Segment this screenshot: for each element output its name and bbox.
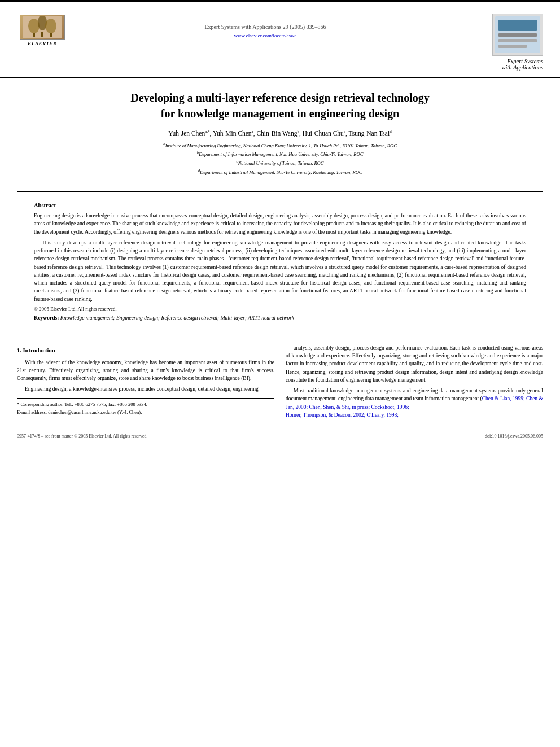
header: ELSEVIER Expert Systems with Application… (0, 3, 560, 78)
ref-chen-jan[interactable]: Jan, 2000; Chen, Shen, & Shr, in press; … (286, 404, 409, 410)
svg-point-3 (45, 19, 56, 33)
svg-rect-6 (50, 33, 52, 37)
ref-homer[interactable]: Homer, Thompson, & Deacon, 2002; O'Leary… (286, 412, 399, 418)
issn-text: 0957-4174/$ – see front matter © 2005 El… (17, 434, 148, 439)
header-left: ELSEVIER (17, 14, 78, 47)
svg-rect-9 (498, 20, 537, 31)
bottom-bar: 0957-4174/$ – see front matter © 2005 El… (0, 431, 560, 441)
elsevier-label: ELSEVIER (28, 41, 57, 46)
footnote-corresponding: * Corresponding author. Tel.: +886 6275 … (17, 401, 274, 408)
affiliations: aInstitute of Manufacturing Engineering,… (34, 141, 526, 176)
website-link[interactable]: www.elsevier.com/locate/eswa (234, 33, 297, 38)
body-columns: 1. Introduction With the advent of the k… (0, 338, 560, 427)
journal-title-box: Expert Systems with Applications (501, 58, 543, 71)
journal-reference: Expert Systems with Applications 29 (200… (205, 24, 326, 30)
intro-para-r2: Most traditional knowledge management sy… (286, 387, 543, 419)
footnote-email: E-mail address: denischen@cacerl.ime.nck… (17, 409, 274, 416)
journal-title-line1: Expert Systems (501, 58, 543, 64)
copyright: © 2005 Elsevier Ltd. All rights reserved… (34, 306, 526, 312)
svg-rect-11 (498, 39, 537, 42)
journal-thumbnail (492, 14, 543, 56)
logo-image (20, 15, 65, 40)
svg-rect-4 (33, 33, 35, 37)
svg-rect-12 (498, 45, 527, 48)
doi-text: doi:10.1016/j.eswa.2005.06.005 (485, 434, 543, 439)
keywords-text: Knowledge management; Engineering design… (60, 315, 294, 321)
article-title-section: Developing a multi-layer reference desig… (0, 78, 560, 185)
abstract-heading: Abstract (34, 202, 526, 208)
abstract-body: Engineering design is a knowledge-intens… (34, 212, 526, 303)
section1-heading: 1. Introduction (17, 346, 274, 355)
keywords-label: Keywords: (34, 315, 59, 321)
col-left: 1. Introduction With the advent of the k… (17, 344, 274, 422)
abstract-para1: Engineering design is a knowledge-intens… (34, 212, 526, 236)
journal-title-line2: with Applications (501, 64, 543, 71)
col-right: analysis, assembly design, process desig… (286, 344, 543, 422)
body-text-left: With the advent of the knowledge economy… (17, 359, 274, 394)
intro-para1: With the advent of the knowledge economy… (17, 359, 274, 383)
page: ELSEVIER Expert Systems with Application… (0, 0, 560, 747)
article-title: Developing a multi-layer reference desig… (34, 90, 526, 121)
svg-point-1 (28, 19, 40, 33)
abstract-para2: This study develops a multi-layer refere… (34, 239, 526, 303)
ref-chen-lian[interactable]: Chen & Lian, 1999; Chen & (482, 396, 543, 401)
authors: Yuh-Jen Chena,*, Yuh-Min Chena, Chin-Bin… (34, 129, 526, 137)
keywords-line: Keywords: Knowledge management; Engineer… (34, 315, 526, 321)
header-center: Expert Systems with Applications 29 (200… (78, 14, 453, 38)
intro-para2: Engineering design, a knowledge-intensiv… (17, 385, 274, 393)
header-right: Expert Systems with Applications (453, 14, 543, 73)
body-text-right: analysis, assembly design, process desig… (286, 344, 543, 419)
svg-rect-10 (498, 33, 537, 37)
abstract-section: Abstract Engineering design is a knowled… (0, 199, 560, 324)
intro-para-r1: analysis, assembly design, process desig… (286, 344, 543, 384)
footnote-section: * Corresponding author. Tel.: +886 6275 … (17, 398, 274, 417)
svg-rect-5 (41, 32, 43, 37)
elsevier-logo: ELSEVIER (17, 14, 68, 47)
